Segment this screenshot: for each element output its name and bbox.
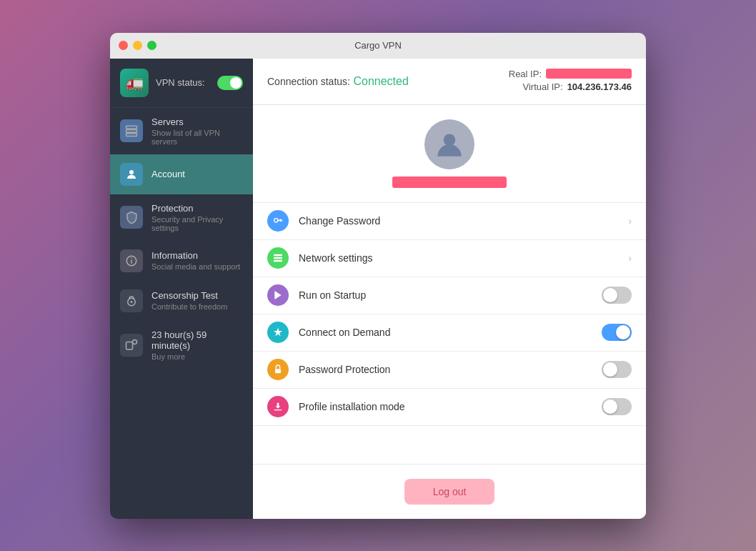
svg-rect-0 xyxy=(126,126,137,129)
user-email-bar xyxy=(392,177,507,188)
sidebar-item-protection[interactable]: Protection Security and Privacy settings xyxy=(110,194,253,241)
time-icon xyxy=(120,334,143,357)
svg-point-8 xyxy=(131,301,133,303)
servers-text: Servers Show list of all VPN servers xyxy=(151,116,243,146)
password-protection-knob xyxy=(603,362,617,377)
real-ip-row: Real IP: xyxy=(509,69,632,79)
profile-installation-toggle[interactable] xyxy=(602,398,632,415)
vpn-toggle-knob xyxy=(230,77,242,89)
change-password-chevron: › xyxy=(628,215,632,227)
svg-point-12 xyxy=(274,219,278,222)
vpn-status-row: 🚛 VPN status: xyxy=(110,59,253,108)
settings-item-password-protection[interactable]: Password Protection xyxy=(253,352,646,389)
settings-item-profile-installation[interactable]: Profile installation mode xyxy=(253,389,646,426)
censorship-subtitle: Contribute to freedom xyxy=(151,302,227,311)
settings-item-change-password[interactable]: Change Password › xyxy=(253,203,646,240)
connection-value: Connected xyxy=(353,75,408,87)
password-protection-label: Password Protection xyxy=(299,364,602,375)
svg-rect-17 xyxy=(274,257,282,259)
virtual-ip-label: Virtual IP: xyxy=(523,81,563,92)
run-on-startup-icon xyxy=(267,284,289,306)
connection-bar: Connection status: Connected Real IP: Vi… xyxy=(253,59,646,105)
svg-point-10 xyxy=(133,339,137,344)
svg-rect-21 xyxy=(274,409,282,410)
account-section xyxy=(253,105,646,203)
run-on-startup-toggle[interactable] xyxy=(602,287,632,304)
information-subtitle: Social media and support xyxy=(151,262,240,271)
change-password-icon xyxy=(267,210,289,232)
sidebar-item-information[interactable]: Information Social media and support xyxy=(110,241,253,281)
information-title: Information xyxy=(151,250,240,261)
sidebar-item-censorship[interactable]: Censorship Test Contribute to freedom xyxy=(110,281,253,321)
account-icon xyxy=(120,163,143,186)
protection-subtitle: Security and Privacy settings xyxy=(151,215,243,232)
svg-rect-2 xyxy=(126,134,137,136)
network-settings-chevron: › xyxy=(628,252,632,264)
fullscreen-button[interactable] xyxy=(147,41,156,50)
titlebar: Cargo VPN xyxy=(110,33,646,59)
logout-section: Log out xyxy=(253,464,646,519)
svg-point-11 xyxy=(444,134,456,146)
information-icon xyxy=(120,249,143,272)
logout-button[interactable]: Log out xyxy=(404,479,495,505)
minimize-button[interactable] xyxy=(133,41,142,50)
svg-rect-20 xyxy=(275,369,281,373)
censorship-text: Censorship Test Contribute to freedom xyxy=(151,290,227,311)
svg-marker-19 xyxy=(274,291,281,299)
settings-item-network-settings[interactable]: Network settings › xyxy=(253,240,646,277)
connect-on-demand-knob xyxy=(616,325,630,339)
close-button[interactable] xyxy=(119,41,128,50)
change-password-label: Change Password xyxy=(299,215,628,227)
window-title: Cargo VPN xyxy=(354,40,402,51)
time-title: 23 hour(s) 59 minute(s) xyxy=(151,329,243,351)
connect-on-demand-toggle[interactable] xyxy=(602,324,632,341)
svg-rect-1 xyxy=(126,130,137,133)
svg-rect-16 xyxy=(274,254,282,257)
vpn-status-label: VPN status: xyxy=(156,77,210,88)
time-subtitle: Buy more xyxy=(151,352,243,361)
content-panel: Connection status: Connected Real IP: Vi… xyxy=(253,59,646,519)
app-window: Cargo VPN 🚛 VPN status: xyxy=(110,33,646,519)
network-settings-label: Network settings xyxy=(299,252,628,264)
sidebar-item-servers[interactable]: Servers Show list of all VPN servers xyxy=(110,108,253,154)
svg-point-3 xyxy=(129,170,134,174)
real-ip-label: Real IP: xyxy=(509,69,542,79)
vpn-toggle[interactable] xyxy=(217,76,243,90)
profile-installation-icon xyxy=(267,396,289,417)
svg-rect-18 xyxy=(274,260,282,262)
account-text: Account xyxy=(151,169,185,179)
traffic-lights xyxy=(119,41,156,50)
network-settings-icon xyxy=(267,247,289,269)
connect-on-demand-label: Connect on Demand xyxy=(299,327,602,338)
settings-list: Change Password › Network settings › xyxy=(253,203,646,464)
connection-label: Connection status: xyxy=(267,76,350,87)
main-content: 🚛 VPN status: Servers Show list xyxy=(110,59,646,519)
time-text: 23 hour(s) 59 minute(s) Buy more xyxy=(151,329,243,361)
servers-title: Servers xyxy=(151,116,243,127)
servers-icon xyxy=(120,119,143,142)
servers-subtitle: Show list of all VPN servers xyxy=(151,129,243,146)
information-text: Information Social media and support xyxy=(151,250,240,271)
protection-icon xyxy=(120,206,143,229)
protection-text: Protection Security and Privacy settings xyxy=(151,203,243,232)
protection-title: Protection xyxy=(151,203,243,214)
virtual-ip-row: Virtual IP: 104.236.173.46 xyxy=(509,81,632,92)
vpn-app-icon: 🚛 xyxy=(120,69,149,97)
svg-rect-9 xyxy=(126,342,133,349)
password-protection-icon xyxy=(267,359,289,380)
user-avatar xyxy=(424,119,474,169)
connect-on-demand-icon xyxy=(267,322,289,343)
sidebar-item-time[interactable]: 23 hour(s) 59 minute(s) Buy more xyxy=(110,321,253,369)
sidebar-item-account[interactable]: Account xyxy=(110,154,253,194)
real-ip-bar xyxy=(546,69,632,79)
virtual-ip-value: 104.236.173.46 xyxy=(567,81,632,92)
settings-item-run-on-startup[interactable]: Run on Startup xyxy=(253,277,646,314)
profile-installation-knob xyxy=(603,399,617,414)
run-on-startup-label: Run on Startup xyxy=(299,289,602,301)
password-protection-toggle[interactable] xyxy=(602,361,632,378)
connection-status: Connection status: Connected xyxy=(267,75,409,88)
profile-installation-label: Profile installation mode xyxy=(299,401,602,412)
run-on-startup-knob xyxy=(603,288,617,302)
settings-item-connect-on-demand[interactable]: Connect on Demand xyxy=(253,314,646,352)
account-title: Account xyxy=(151,169,185,179)
